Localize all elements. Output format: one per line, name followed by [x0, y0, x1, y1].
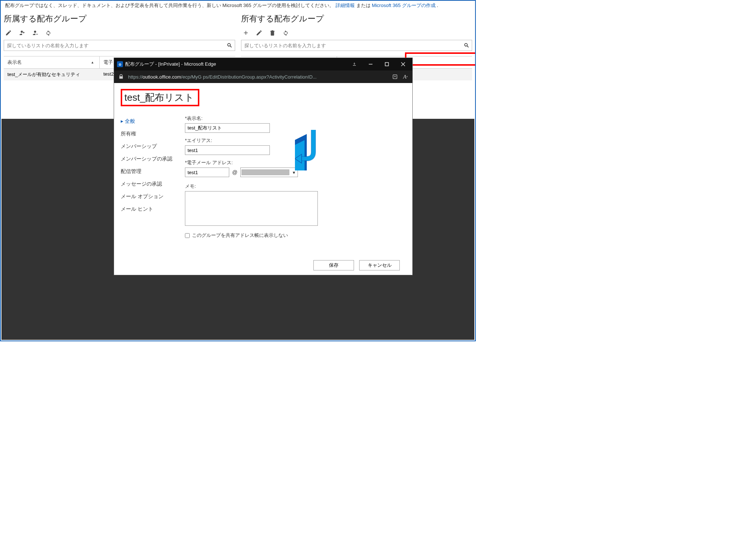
info-bar: 配布グループではなく、スレッド、ドキュメント、および予定表を共有して共同作業を行… — [1, 1, 475, 10]
checkbox-hide-from-gal[interactable] — [185, 233, 190, 238]
cell-name: test_メールが有効なセキュリティ — [7, 71, 103, 78]
col-display-name[interactable]: 表示名 ▲ — [4, 56, 100, 68]
info-text: 配布グループではなく、スレッド、ドキュメント、および予定表を共有して共同作業を行… — [5, 3, 334, 8]
nav-delivery[interactable]: 配信管理 — [121, 165, 176, 178]
input-display-name[interactable] — [185, 123, 270, 133]
search-box-left — [4, 40, 235, 51]
annotation-highlight-title: test_配布リスト — [121, 89, 199, 106]
site-info-icon[interactable] — [118, 73, 124, 80]
search-box-right — [241, 40, 472, 51]
popup-body: test_配布リスト 全般 所有権 メンバーシップ メンバーシップの承認 配信管… — [114, 83, 412, 275]
url-text[interactable]: https://outlook.office.com/ecp/MyG ps/Ed… — [128, 74, 388, 80]
edit-icon[interactable] — [256, 30, 262, 36]
nav-mail-tip[interactable]: メール ヒント — [121, 203, 176, 215]
window-title-bar: o 配布グループ - [InPrivate] - Microsoft Edge — [114, 58, 412, 70]
nav-message-approval[interactable]: メッセージの承認 — [121, 178, 176, 190]
nav-membership-approval[interactable]: メンバーシップの承認 — [121, 153, 176, 165]
add-icon[interactable] — [243, 30, 249, 36]
input-alias[interactable] — [185, 145, 270, 155]
popup-footer: 保存 キャンセル — [121, 256, 406, 275]
textarea-memo[interactable] — [185, 191, 318, 226]
redacted-domain — [241, 169, 289, 175]
chevron-down-icon: ▾ — [291, 170, 297, 175]
label-memo: メモ: — [185, 183, 397, 190]
svg-rect-1 — [385, 63, 389, 66]
edit-group-window: o 配布グループ - [InPrivate] - Microsoft Edge … — [114, 58, 412, 275]
label-hide-from-gal: このグループを共有アドレス帳に表示しない — [192, 232, 288, 239]
search-icon[interactable] — [461, 42, 472, 48]
download-indicator-icon[interactable] — [347, 59, 361, 69]
outlook-icon: o — [117, 61, 123, 67]
form-area: 表示名: エイリアス: 電子メール アドレス: @ ▾ メモ: — [185, 113, 406, 256]
app-available-icon[interactable] — [392, 73, 398, 80]
nav-general[interactable]: 全般 — [121, 115, 176, 128]
toolbar-right — [241, 27, 472, 40]
at-symbol: @ — [232, 169, 237, 175]
search-input[interactable] — [4, 43, 224, 48]
join-group-icon[interactable] — [18, 30, 25, 36]
search-input[interactable] — [241, 43, 462, 48]
label-display-name: 表示名: — [185, 115, 397, 122]
select-email-domain[interactable]: ▾ — [240, 168, 298, 177]
group-title: test_配布リスト — [124, 92, 194, 103]
info-mid: または — [356, 3, 372, 8]
nav-membership[interactable]: メンバーシップ — [121, 140, 176, 153]
address-bar: https://outlook.office.com/ecp/MyG ps/Ed… — [114, 70, 412, 83]
window-title: 配布グループ - [InPrivate] - Microsoft Edge — [125, 61, 216, 68]
sort-asc-icon: ▲ — [91, 61, 94, 64]
edit-icon[interactable] — [5, 30, 12, 36]
leave-group-icon[interactable] — [32, 30, 38, 36]
label-alias: エイリアス: — [185, 137, 397, 144]
section-title-member: 所属する配布グループ — [4, 10, 235, 27]
save-button[interactable]: 保存 — [313, 260, 354, 270]
info-link-details[interactable]: 詳細情報 — [336, 3, 355, 8]
search-icon[interactable] — [224, 42, 235, 48]
reading-mode-icon[interactable]: Aⁿ — [402, 73, 409, 80]
info-suffix: . — [437, 3, 438, 8]
close-button[interactable] — [396, 59, 410, 69]
refresh-icon[interactable] — [45, 30, 52, 36]
nav-ownership[interactable]: 所有権 — [121, 128, 176, 140]
maximize-button[interactable] — [380, 59, 394, 69]
nav-mail-options[interactable]: メール オプション — [121, 190, 176, 203]
section-title-owned: 所有する配布グループ — [241, 10, 472, 27]
info-link-create[interactable]: Microsoft 365 グループの作成 — [372, 3, 436, 8]
delete-icon[interactable] — [269, 30, 276, 36]
minimize-button[interactable] — [364, 59, 378, 69]
cancel-button[interactable]: キャンセル — [359, 260, 400, 270]
toolbar-left — [4, 27, 235, 40]
refresh-icon[interactable] — [282, 30, 289, 36]
settings-nav: 全般 所有権 メンバーシップ メンバーシップの承認 配信管理 メッセージの承認 … — [121, 113, 176, 256]
input-email-local[interactable] — [185, 168, 229, 177]
label-email: 電子メール アドレス: — [185, 159, 397, 166]
